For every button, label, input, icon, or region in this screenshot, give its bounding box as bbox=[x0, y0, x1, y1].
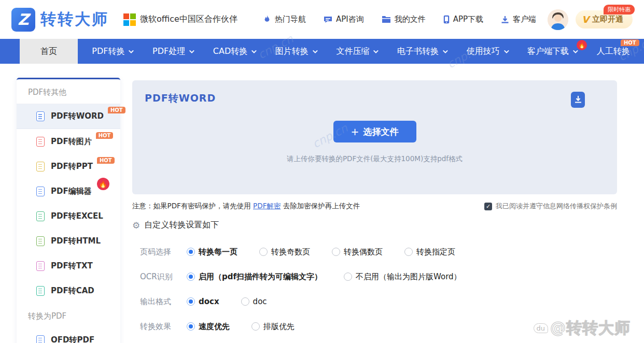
settings-row: 页码选择转换每一页转换奇数页转换偶数页转换指定页 bbox=[140, 239, 617, 264]
radio-circle-icon[interactable] bbox=[241, 297, 249, 306]
vip-open-button[interactable]: V 立即开通 限时特惠 bbox=[576, 10, 633, 28]
chevron-down-icon bbox=[503, 48, 509, 53]
radio-option[interactable]: 转换每一页 bbox=[187, 247, 237, 257]
flame-icon bbox=[263, 15, 271, 24]
settings-row-label: OCR识别 bbox=[140, 272, 183, 282]
chevron-down-icon bbox=[251, 48, 257, 53]
radio-option[interactable]: 转换指定页 bbox=[404, 247, 455, 257]
download-button[interactable] bbox=[571, 92, 585, 108]
chevron-down-icon bbox=[189, 48, 194, 53]
nav-item[interactable]: CAD转换 bbox=[211, 39, 257, 64]
header-link[interactable]: 热门导航 bbox=[263, 15, 306, 24]
sidebar-item[interactable]: PDF转TXT bbox=[17, 253, 120, 278]
word-doc-icon bbox=[36, 111, 45, 121]
radio-option-label: docx bbox=[199, 297, 219, 306]
vip-open-label: 立即开通 bbox=[592, 15, 623, 24]
settings-row: OCR识别启用（pdf扫描件转为可编辑文字）不启用（输出为图片版Word） bbox=[140, 264, 617, 289]
settings-rows: 页码选择转换每一页转换奇数页转换偶数页转换指定页OCR识别启用（pdf扫描件转为… bbox=[140, 239, 617, 339]
nav-item-label: 人工转换 bbox=[597, 46, 630, 57]
header-link[interactable]: 客户端 bbox=[501, 15, 536, 24]
sidebar-item-label: PDF转PPT bbox=[51, 162, 93, 172]
header-link[interactable]: 我的文件 bbox=[382, 15, 426, 24]
avatar[interactable] bbox=[548, 9, 568, 30]
nav-item[interactable]: 客户端下载🔥 bbox=[525, 39, 579, 64]
sidebar-item[interactable]: PDF转PPTHOT bbox=[17, 154, 120, 179]
sidebar-item-label: PDF转CAD bbox=[51, 286, 94, 296]
header-link-label: 我的文件 bbox=[395, 15, 426, 24]
radio-option-label: 排版优先 bbox=[263, 322, 295, 332]
logo-text: 转转大师 bbox=[40, 9, 109, 30]
header-link[interactable]: API咨询 bbox=[324, 15, 364, 24]
note-prefix: 注意：如果PDF有密码保护，请先使用 bbox=[132, 202, 253, 210]
choose-file-button[interactable]: + 选择文件 bbox=[333, 121, 416, 142]
radio-option[interactable]: 不启用（输出为图片版Word） bbox=[344, 272, 461, 282]
note-row: 注意：如果PDF有密码保护，请先使用 PDF解密 去除加密保护再上传文件 ✓ 我… bbox=[132, 202, 617, 211]
nav-item[interactable]: PDF转换 bbox=[90, 39, 134, 64]
nav-item[interactable]: 使用技巧 bbox=[465, 39, 510, 64]
settings-row: 输出格式docxdoc bbox=[140, 289, 617, 314]
ppt-doc-icon bbox=[36, 162, 45, 172]
agreement-checkbox-row[interactable]: ✓ 我已阅读并遵守信息网络传播权保护条例 bbox=[484, 202, 617, 211]
radio-option[interactable]: 排版优先 bbox=[251, 322, 295, 332]
sidebar-item[interactable]: OFD转PDF bbox=[17, 327, 120, 343]
checkbox-checked-icon[interactable]: ✓ bbox=[484, 203, 492, 210]
radio-circle-icon[interactable] bbox=[187, 322, 195, 331]
header-link[interactable]: APP下载 bbox=[443, 15, 483, 24]
flame-badge: 🔥 bbox=[97, 178, 109, 190]
sidebar-section-heading: 转换为PDF bbox=[17, 303, 120, 327]
radio-circle-icon[interactable] bbox=[344, 273, 352, 281]
nav-item-label: 使用技巧 bbox=[467, 46, 500, 57]
page: Z 转转大师 微软office中国区合作伙伴 热门导航API咨询我的文件APP下… bbox=[0, 0, 644, 343]
site-logo[interactable]: Z 转转大师 bbox=[11, 8, 109, 32]
nav-item[interactable]: 人工转换HOT bbox=[595, 39, 632, 64]
settings-row-label: 输出格式 bbox=[140, 297, 183, 307]
radio-option-label: 启用（pdf扫描件转为可编辑文字） bbox=[199, 272, 322, 282]
sidebar-section-heading: PDF转其他 bbox=[17, 79, 120, 104]
sidebar-item[interactable]: PDF转WORDHOT bbox=[17, 104, 120, 129]
sidebar-item[interactable]: PDF转图片HOT bbox=[17, 129, 120, 154]
nav-items: PDF转换PDF处理CAD转换图片转换文件压缩电子书转换使用技巧客户端下载🔥人工… bbox=[78, 39, 644, 64]
radio-option[interactable]: doc bbox=[241, 297, 267, 306]
gear-icon: ⚙ bbox=[132, 220, 140, 231]
nav-item[interactable]: 电子书转换 bbox=[395, 39, 449, 64]
radio-option[interactable]: 启用（pdf扫描件转为可编辑文字） bbox=[187, 272, 322, 282]
chevron-down-icon bbox=[313, 48, 318, 53]
settings-row-label: 转换效果 bbox=[140, 322, 183, 332]
ofd-doc-icon bbox=[36, 335, 45, 343]
radio-circle-icon[interactable] bbox=[187, 248, 195, 256]
partner-text: 微软office中国区合作伙伴 bbox=[140, 14, 237, 25]
sidebar-item[interactable]: PDF转HTML bbox=[17, 228, 120, 253]
nav-item-label: 图片转换 bbox=[275, 46, 309, 57]
nav-item[interactable]: PDF处理 bbox=[150, 39, 195, 64]
radio-option-label: 转换偶数页 bbox=[344, 247, 383, 257]
radio-circle-icon[interactable] bbox=[259, 248, 268, 256]
radio-option-label: 转换奇数页 bbox=[271, 247, 310, 257]
choose-file-label: 选择文件 bbox=[363, 126, 398, 138]
radio-circle-icon[interactable] bbox=[404, 248, 413, 256]
sidebar-item[interactable]: PDF转CAD bbox=[17, 278, 120, 303]
flame-badge: 🔥 bbox=[577, 40, 587, 50]
nav-item[interactable]: 文件压缩 bbox=[334, 39, 379, 64]
sidebar-item-label: PDF转EXCEL bbox=[51, 211, 103, 221]
sidebar-item[interactable]: PDF编辑器🔥 bbox=[17, 179, 120, 204]
nav-item-label: 客户端下载 bbox=[527, 46, 569, 57]
nav-item-home[interactable]: 首页 bbox=[20, 39, 78, 64]
sidebar-item[interactable]: PDF转EXCEL bbox=[17, 204, 120, 228]
main-nav: 首页 PDF转换PDF处理CAD转换图片转换文件压缩电子书转换使用技巧客户端下载… bbox=[0, 39, 644, 64]
html-doc-icon bbox=[36, 236, 45, 246]
radio-option[interactable]: 转换偶数页 bbox=[332, 247, 383, 257]
nav-item-label: PDF转换 bbox=[92, 46, 124, 57]
radio-option[interactable]: docx bbox=[187, 297, 219, 306]
radio-circle-icon[interactable] bbox=[187, 273, 195, 281]
nav-item-label: 文件压缩 bbox=[336, 46, 369, 57]
radio-circle-icon[interactable] bbox=[332, 248, 340, 256]
header-link-label: 热门导航 bbox=[275, 15, 306, 24]
radio-option[interactable]: 转换奇数页 bbox=[259, 247, 310, 257]
radio-option-label: 不启用（输出为图片版Word） bbox=[356, 272, 461, 282]
pdf-decrypt-link[interactable]: PDF解密 bbox=[253, 202, 281, 210]
vip-icon: V bbox=[582, 14, 589, 25]
nav-item[interactable]: 图片转换 bbox=[273, 39, 318, 64]
radio-circle-icon[interactable] bbox=[251, 322, 260, 331]
radio-circle-icon[interactable] bbox=[187, 297, 195, 306]
radio-option[interactable]: 速度优先 bbox=[187, 322, 230, 332]
